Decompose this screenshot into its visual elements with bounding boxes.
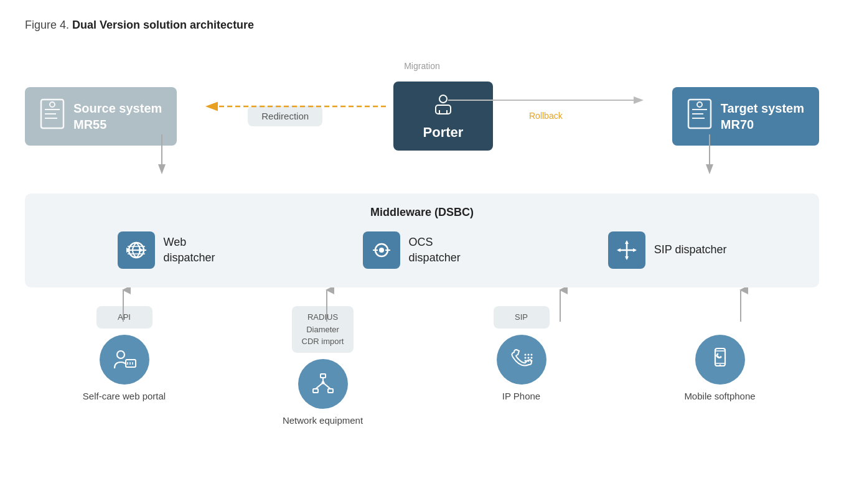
porter-label: Porter: [423, 124, 464, 141]
svg-point-5: [439, 95, 447, 103]
mobile-icon: [695, 335, 745, 385]
web-dispatcher-icon: [118, 231, 155, 269]
porter-icon: [431, 91, 456, 121]
web-dispatcher: Web dispatcher: [118, 231, 215, 269]
svg-point-46: [524, 353, 526, 355]
svg-rect-6: [436, 105, 451, 114]
radius-bubble: RADIUS Diameter CDR import: [292, 306, 354, 353]
middleware-title: Middleware (DSBC): [44, 206, 800, 219]
bottom-item-ipphone: SIP: [459, 306, 584, 401]
svg-point-49: [524, 357, 526, 358]
redirection-bubble: Redirection: [248, 106, 322, 126]
svg-point-4: [50, 102, 55, 107]
figure-prefix: Figure 4.: [25, 19, 69, 31]
svg-marker-26: [625, 240, 629, 244]
selfcare-icon: [100, 335, 149, 385]
redirection-area: Redirection: [248, 106, 322, 126]
ocs-dispatcher-icon: [363, 231, 400, 269]
network-icon: [298, 359, 348, 409]
svg-rect-41: [328, 389, 333, 393]
bottom-items-row: API Self-care web portal RADIUS Diameter…: [25, 306, 819, 426]
svg-point-21: [379, 248, 384, 253]
ocs-dispatcher-label: OCS dispatcher: [409, 235, 461, 266]
sip-dispatcher-label: SIP dispatcher: [654, 242, 727, 258]
svg-point-45: [321, 381, 324, 384]
top-spacer: [25, 151, 819, 185]
mobile-label: Mobile softphone: [684, 391, 755, 401]
middleware-section: Middleware (DSBC): [25, 194, 819, 287]
api-bubble: API: [96, 306, 152, 329]
svg-point-58: [719, 364, 721, 366]
figure-title: Figure 4. Dual Version solution architec…: [25, 19, 819, 32]
network-label: Network equipment: [283, 415, 363, 426]
svg-point-54: [530, 360, 532, 362]
sip-dispatcher: SIP dispatcher: [608, 231, 727, 269]
source-system-label: Source system MR55: [73, 100, 162, 133]
svg-point-13: [697, 102, 702, 107]
sip-bubble: SIP: [494, 306, 550, 329]
bottom-item-selfcare: API Self-care web portal: [62, 306, 187, 401]
target-system-box: Target system MR70: [672, 87, 819, 146]
ipphone-label: IP Phone: [502, 391, 540, 401]
web-dispatcher-label: Web dispatcher: [164, 235, 215, 266]
sip-dispatcher-icon: [608, 231, 645, 269]
target-system-icon: [687, 98, 712, 134]
svg-point-52: [524, 360, 526, 362]
svg-marker-27: [625, 256, 629, 260]
bottom-section-wrapper: API Self-care web portal RADIUS Diameter…: [25, 306, 819, 426]
selfcare-label: Self-care web portal: [83, 391, 166, 401]
svg-point-34: [117, 351, 124, 358]
source-system-box: Source system MR55: [25, 87, 177, 146]
svg-rect-40: [313, 389, 318, 393]
ipphone-icon: [497, 335, 546, 385]
diagram: Migration Rollback: [25, 50, 819, 426]
porter-box: Porter: [393, 82, 493, 151]
source-system-icon: [40, 98, 65, 134]
top-section: Migration Rollback: [25, 50, 819, 185]
svg-point-53: [527, 360, 529, 362]
bottom-item-network: RADIUS Diameter CDR import Network equip…: [261, 306, 385, 426]
target-system-label: Target system MR70: [721, 100, 804, 133]
dispatchers-row: Web dispatcher OCS dispatcher: [44, 231, 800, 269]
systems-row: Source system MR55 Redirection: [25, 50, 819, 151]
figure-bold-title: Dual Version solution architecture: [72, 19, 254, 31]
svg-point-48: [530, 353, 532, 355]
svg-point-51: [530, 357, 532, 358]
svg-rect-39: [321, 374, 326, 378]
svg-point-50: [527, 357, 529, 358]
svg-point-47: [527, 353, 529, 355]
bottom-item-mobile: ​ Mobile softphone: [658, 306, 782, 401]
svg-marker-29: [633, 248, 637, 252]
svg-marker-28: [617, 248, 621, 252]
ocs-dispatcher: OCS dispatcher: [363, 231, 461, 269]
